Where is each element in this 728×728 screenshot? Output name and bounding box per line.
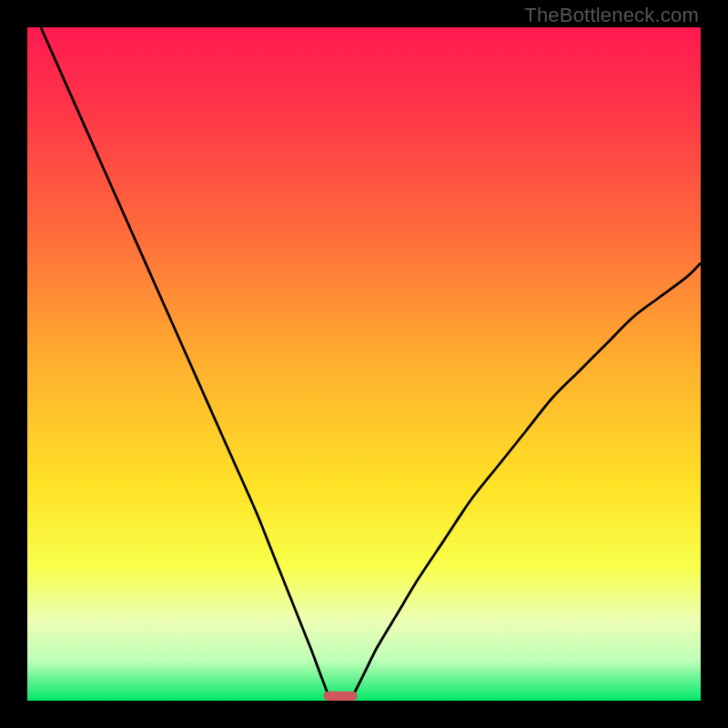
chart-frame — [27, 27, 701, 701]
chart-background-gradient — [27, 27, 701, 701]
bottleneck-marker — [324, 692, 358, 701]
bottleneck-chart — [27, 27, 701, 701]
watermark-text: TheBottleneck.com — [524, 4, 699, 27]
